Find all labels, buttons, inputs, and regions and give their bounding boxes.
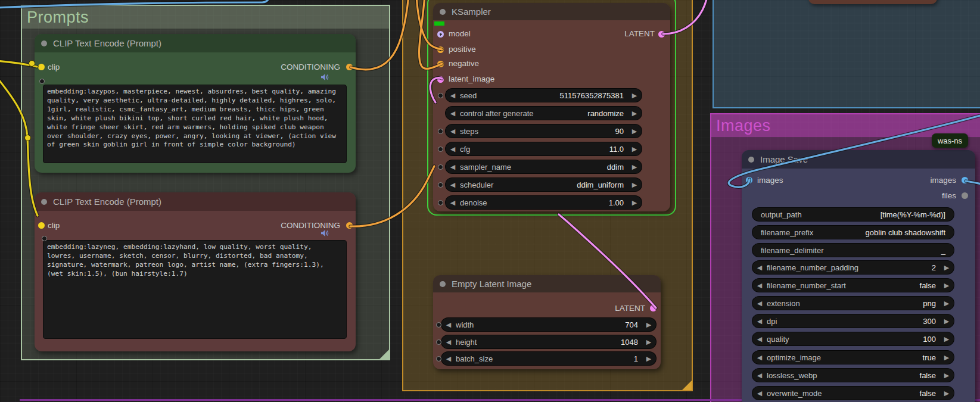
link-midpoint-dot[interactable]	[24, 135, 31, 141]
decrement-arrow-icon[interactable]	[446, 163, 460, 171]
widget-dpi[interactable]: dpi 300	[752, 314, 954, 328]
decrement-arrow-icon[interactable]	[446, 181, 460, 189]
input-port-model[interactable]	[437, 31, 444, 38]
decrement-arrow-icon[interactable]	[752, 335, 767, 343]
collapse-dot-icon[interactable]	[440, 281, 446, 287]
decrement-arrow-icon[interactable]	[752, 300, 767, 307]
increment-arrow-icon[interactable]	[627, 145, 642, 153]
increment-arrow-icon[interactable]	[642, 338, 656, 346]
increment-arrow-icon[interactable]	[627, 110, 642, 117]
decrement-arrow-icon[interactable]	[752, 282, 767, 289]
prompt-textarea-positive[interactable]: embedding:lazypos, masterpiece, newest, …	[43, 85, 347, 163]
decrement-arrow-icon[interactable]	[446, 127, 460, 135]
decrement-arrow-icon[interactable]	[441, 321, 456, 329]
node-empty-latent-image[interactable]: Empty Latent Image LATENT width 704 heig…	[433, 275, 661, 369]
output-port-latent[interactable]	[658, 31, 665, 38]
group-images-title[interactable]: Images	[716, 117, 771, 135]
decrement-arrow-icon[interactable]	[441, 338, 456, 346]
increment-arrow-icon[interactable]	[642, 321, 656, 329]
widget-cfg[interactable]: cfg 11.0	[445, 142, 642, 156]
offscreen-node-fragment[interactable]	[808, 0, 937, 4]
output-port-conditioning[interactable]	[346, 64, 353, 70]
decrement-arrow-icon[interactable]	[752, 389, 767, 397]
widget-output-path[interactable]: output_path [time(%Y-%m-%d)]	[752, 207, 954, 222]
increment-arrow-icon[interactable]	[642, 355, 656, 363]
increment-arrow-icon[interactable]	[627, 163, 642, 171]
node-ksampler[interactable]: KSampler model positive negative latent_…	[433, 3, 670, 211]
node-titlebar[interactable]: Image Save	[742, 150, 975, 169]
input-port-latent-image[interactable]	[437, 76, 444, 83]
increment-arrow-icon[interactable]	[939, 354, 954, 362]
increment-arrow-icon[interactable]	[939, 264, 954, 272]
widget-input-dot[interactable]	[436, 356, 441, 362]
widget-width[interactable]: width 704	[441, 317, 657, 332]
increment-arrow-icon[interactable]	[939, 300, 954, 307]
widget-input-dot[interactable]	[436, 339, 441, 345]
widget-input-dot[interactable]	[438, 147, 443, 152]
collapse-dot-icon[interactable]	[41, 40, 47, 46]
group-prompts-title[interactable]: Prompts	[27, 8, 89, 27]
widget-input-dot[interactable]	[436, 322, 441, 328]
decrement-arrow-icon[interactable]	[441, 355, 456, 363]
widget-filename-delimiter[interactable]: filename_delimiter _	[752, 243, 954, 257]
speaker-icon[interactable]	[321, 229, 329, 237]
group-resize-handle[interactable]	[682, 381, 692, 390]
increment-arrow-icon[interactable]	[627, 181, 642, 189]
output-port-conditioning[interactable]	[346, 222, 353, 229]
widget-input-dot[interactable]	[438, 164, 443, 170]
collapse-dot-icon[interactable]	[41, 199, 47, 205]
decrement-arrow-icon[interactable]	[752, 264, 767, 272]
input-port-positive[interactable]	[437, 46, 444, 53]
widget-overwrite-mode[interactable]: overwrite_mode false	[752, 386, 954, 400]
node-titlebar[interactable]: CLIP Text Encode (Prompt)	[35, 192, 356, 211]
widget-height[interactable]: height 1048	[441, 335, 657, 349]
input-port-negative[interactable]	[437, 61, 444, 67]
node-graph-canvas[interactable]: Prompts Images CLIP Text Encode (Prompt)…	[0, 0, 980, 402]
widget-input-dot[interactable]	[438, 200, 443, 205]
node-image-save[interactable]: Image Save images images files output_pa…	[742, 150, 975, 402]
collapse-dot-icon[interactable]	[748, 157, 754, 163]
increment-arrow-icon[interactable]	[627, 199, 642, 207]
widget-filename-number-padding[interactable]: filename_number_padding 2	[752, 260, 954, 275]
increment-arrow-icon[interactable]	[627, 127, 642, 135]
widget-input-dot[interactable]	[39, 79, 45, 84]
decrement-arrow-icon[interactable]	[446, 199, 460, 207]
output-port-images[interactable]	[962, 177, 968, 183]
increment-arrow-icon[interactable]	[939, 317, 954, 325]
group-resize-handle[interactable]	[379, 350, 389, 359]
widget-lossless-webp[interactable]: lossless_webp false	[752, 368, 954, 382]
decrement-arrow-icon[interactable]	[752, 317, 767, 325]
input-port-clip[interactable]	[38, 222, 45, 229]
widget-input-dot[interactable]	[438, 129, 443, 134]
input-port-images[interactable]	[746, 177, 752, 183]
output-port-files[interactable]	[962, 192, 968, 199]
widget-seed[interactable]: seed 511576352875381	[445, 88, 642, 102]
increment-arrow-icon[interactable]	[939, 282, 954, 289]
widget-optimize-image[interactable]: optimize_image true	[752, 350, 954, 364]
widget-input-dot[interactable]	[42, 236, 47, 241]
link-midpoint-dot[interactable]	[29, 60, 35, 67]
decrement-arrow-icon[interactable]	[446, 145, 460, 153]
widget-input-dot[interactable]	[438, 93, 443, 98]
widget-batch-size[interactable]: batch_size 1	[441, 351, 657, 366]
widget-quality[interactable]: quality 100	[752, 332, 954, 346]
node-titlebar[interactable]: Empty Latent Image	[433, 275, 661, 292]
increment-arrow-icon[interactable]	[627, 92, 642, 99]
collapse-dot-icon[interactable]	[440, 9, 446, 15]
increment-arrow-icon[interactable]	[939, 389, 954, 397]
increment-arrow-icon[interactable]	[939, 335, 954, 343]
node-clip-text-encode-positive[interactable]: CLIP Text Encode (Prompt) clip CONDITION…	[35, 34, 356, 173]
widget-denoise[interactable]: denoise 1.00	[445, 195, 642, 210]
widget-steps[interactable]: steps 90	[445, 124, 642, 138]
speaker-icon[interactable]	[321, 73, 329, 81]
group-prompts-titlebar[interactable]: Prompts	[22, 6, 389, 29]
node-clip-text-encode-negative[interactable]: CLIP Text Encode (Prompt) clip CONDITION…	[35, 192, 356, 351]
output-port-latent[interactable]	[650, 305, 657, 311]
prompt-textarea-negative[interactable]: embedding:lazyneg, embedding:lazyhand, l…	[43, 240, 347, 339]
decrement-arrow-icon[interactable]	[752, 354, 767, 362]
input-port-clip[interactable]	[38, 64, 45, 70]
increment-arrow-icon[interactable]	[939, 372, 954, 379]
widget-scheduler[interactable]: scheduler ddim_uniform	[445, 177, 642, 192]
decrement-arrow-icon[interactable]	[752, 372, 767, 379]
widget-filename-prefix[interactable]: filename_prefix goblin club shadowshift	[752, 225, 954, 239]
